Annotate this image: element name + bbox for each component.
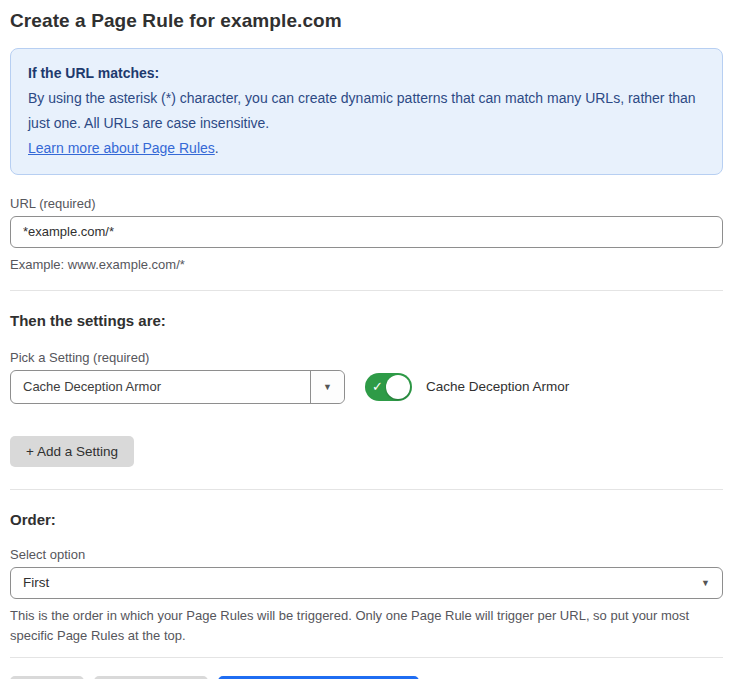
setting-picker-value: Cache Deception Armor <box>11 371 310 403</box>
setting-picker-dropdown[interactable]: Cache Deception Armor ▼ <box>10 370 345 404</box>
divider <box>10 657 723 658</box>
page-title: Create a Page Rule for example.com <box>10 10 723 32</box>
order-helper-text: This is the order in which your Page Rul… <box>10 606 723 646</box>
url-matches-info-box: If the URL matches: By using the asteris… <box>10 48 723 175</box>
url-input[interactable] <box>10 216 723 248</box>
order-select-label: Select option <box>10 547 723 562</box>
info-box-body: By using the asterisk (*) character, you… <box>28 86 705 136</box>
caret-down-icon[interactable]: ▼ <box>310 371 344 403</box>
setting-toggle-on[interactable]: ✓ <box>365 373 412 401</box>
info-box-heading: If the URL matches: <box>28 61 705 86</box>
caret-down-icon: ▼ <box>701 578 710 588</box>
info-box-link-line: Learn more about Page Rules. <box>28 136 705 161</box>
order-select-value: First <box>23 575 701 590</box>
link-suffix: . <box>215 140 219 156</box>
order-select[interactable]: First ▼ <box>10 567 723 599</box>
divider <box>10 290 723 291</box>
url-field-helper: Example: www.example.com/* <box>10 255 723 275</box>
check-icon: ✓ <box>372 379 383 394</box>
settings-section-heading: Then the settings are: <box>10 312 723 329</box>
url-field-label: URL (required) <box>10 196 723 211</box>
order-section-heading: Order: <box>10 511 723 528</box>
create-page-rule-form: Create a Page Rule for example.com If th… <box>0 0 750 679</box>
pick-setting-label: Pick a Setting (required) <box>10 350 723 365</box>
divider <box>10 489 723 490</box>
toggle-knob <box>386 375 410 399</box>
learn-more-link[interactable]: Learn more about Page Rules <box>28 140 215 156</box>
add-setting-button[interactable]: + Add a Setting <box>10 436 134 467</box>
setting-toggle-label: Cache Deception Armor <box>426 379 569 394</box>
setting-row: Cache Deception Armor ▼ ✓ Cache Deceptio… <box>10 370 723 404</box>
